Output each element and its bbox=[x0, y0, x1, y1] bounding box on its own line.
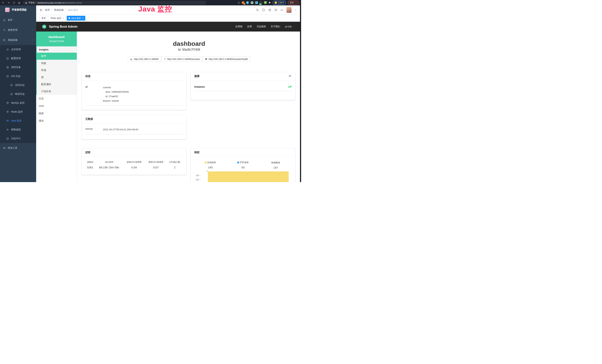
chevron-down-icon bbox=[31, 147, 33, 149]
sba-link-关于我们[interactable]: 关于我们 bbox=[271, 25, 280, 28]
extension-tampermonkey-icon[interactable]: on bbox=[259, 1, 262, 4]
fullscreen-icon[interactable] bbox=[274, 9, 277, 11]
search-icon[interactable] bbox=[256, 9, 259, 11]
sidebar-item-首页[interactable]: 首页 bbox=[0, 15, 36, 25]
help-icon[interactable] bbox=[268, 9, 271, 11]
edit-square-icon bbox=[10, 93, 13, 95]
tab-Java 监控[interactable]: Java 监控 × bbox=[67, 16, 85, 21]
bookmark-star-icon[interactable] bbox=[237, 1, 240, 4]
sba-link-应用墙[interactable]: 应用墙 bbox=[236, 25, 243, 28]
browser-nav-buttons bbox=[0, 1, 23, 4]
threads-chart: 140120100 bbox=[194, 171, 292, 182]
sidebar-item-访问日志[interactable]: 访问日志 bbox=[0, 81, 36, 90]
instance-id-label: Id: 93a3fc7f7409 bbox=[77, 48, 301, 51]
history-icon[interactable] bbox=[289, 75, 292, 78]
tab-Redis 监控[interactable]: Redis 监控 × bbox=[49, 16, 66, 21]
breadcrumb-item[interactable]: 首页 bbox=[45, 8, 50, 12]
tab-close-icon[interactable]: × bbox=[82, 17, 83, 19]
database-icon bbox=[6, 102, 9, 104]
extension-pin-icon[interactable] bbox=[246, 1, 249, 5]
sba-menu-细节[interactable]: 细节 bbox=[37, 53, 77, 60]
threads-legend-item: 守护进程 53 bbox=[226, 161, 259, 169]
sidebar-item-研发工具[interactable]: 研发工具 bbox=[0, 143, 36, 153]
sba-menu-日志[interactable]: 日志 bbox=[36, 95, 77, 102]
sidebar-item-文件管理[interactable]: 文件管理 bbox=[0, 45, 36, 54]
sba-title: Spring Boot Admin bbox=[49, 25, 77, 29]
paused-badge[interactable]: 已暂停 bbox=[273, 1, 286, 5]
home-icon[interactable] bbox=[18, 1, 21, 4]
sidebar-item-日志中心[interactable]: 日志中心 bbox=[0, 134, 36, 143]
metadata-card-header: 元数据 bbox=[82, 115, 186, 123]
sba-link-日志报表[interactable]: 日志报表 bbox=[257, 25, 266, 28]
sba-menu-类[interactable]: 类 bbox=[37, 74, 77, 81]
sba-menu-缓存[interactable]: 缓存 bbox=[36, 117, 77, 125]
browser-extensions-area: 1 y on 已暂停 更新⋮ bbox=[237, 1, 301, 5]
info-card-title: 信息 bbox=[85, 75, 90, 78]
font-size-icon[interactable]: TT bbox=[280, 9, 283, 11]
url-text[interactable]: dashboard.yudao.iocoder.cn/infra/admin-s… bbox=[37, 2, 82, 4]
sba-language-select[interactable]: zh-CN bbox=[285, 25, 295, 28]
info-card-body: git commit:time: 1596289704000id: 27aa83… bbox=[82, 80, 186, 108]
sidebar-item-API 日志[interactable]: API 日志 bbox=[0, 72, 36, 81]
sba-menu-映射[interactable]: 映射 bbox=[36, 110, 77, 117]
avatar-caret-down-icon[interactable] bbox=[295, 9, 297, 11]
metadata-card-title: 元数据 bbox=[85, 117, 93, 121]
window-scrollbar[interactable] bbox=[300, 5, 301, 182]
tab-首页[interactable]: 首页 bbox=[40, 16, 48, 21]
sba-menu-性能[interactable]: 性能 bbox=[37, 60, 77, 67]
chevron-up-icon bbox=[31, 39, 33, 41]
sba-insights-items: 细节性能环境类配置属性计划任务 bbox=[37, 53, 77, 95]
extension-v2ex-icon[interactable]: y bbox=[251, 1, 253, 4]
address-bar[interactable]: 不安全 dashboard.yudao.iocoder.cn/infra/adm… bbox=[23, 1, 206, 5]
forward-icon[interactable] bbox=[7, 1, 10, 4]
extension-grid-icon[interactable] bbox=[255, 1, 258, 4]
sba-menu-JVM[interactable]: JVM bbox=[36, 102, 77, 110]
instance-url-button[interactable]: http://192.168.0.2:48080/actuator bbox=[161, 56, 202, 62]
extension-colab-icon[interactable]: 1 bbox=[242, 1, 245, 4]
breadcrumb-item[interactable]: Java 监控 bbox=[67, 8, 78, 12]
sidebar-item-基础设施[interactable]: 基础设施 bbox=[0, 35, 36, 45]
sba-menu-环境[interactable]: 环境 bbox=[37, 67, 77, 74]
chevron-down-icon bbox=[31, 29, 33, 31]
sba-menu-配置属性[interactable]: 配置属性 bbox=[37, 81, 77, 88]
user-avatar[interactable] bbox=[286, 7, 291, 13]
tab-close-icon[interactable]: × bbox=[63, 17, 64, 19]
sba-link-应用[interactable]: 应用 bbox=[247, 25, 252, 28]
wrench-icon bbox=[164, 58, 166, 60]
instance-url-button[interactable]: http://192.168.0.2:48080/ bbox=[128, 56, 161, 62]
extension-person-icon[interactable] bbox=[264, 1, 267, 4]
sidebar-item-配置管理[interactable]: 配置管理 bbox=[0, 54, 36, 63]
sidebar-item-链路追踪[interactable]: 链路追踪 bbox=[0, 125, 36, 134]
sba-app-name: dashboard bbox=[48, 35, 64, 39]
app-logo-row[interactable]: 芋道管理系统 bbox=[0, 5, 36, 14]
back-icon[interactable] bbox=[2, 1, 5, 4]
threads-legend-item: 活动线程 143 bbox=[194, 161, 226, 169]
sidebar-item-系统管理[interactable]: 系统管理 bbox=[0, 25, 36, 35]
sba-menu-计划任务[interactable]: 计划任务 bbox=[37, 88, 77, 95]
update-button[interactable]: 更新⋮ bbox=[288, 1, 299, 5]
github-icon[interactable] bbox=[262, 8, 265, 11]
sidebar-item-错误日志[interactable]: 错误日志 bbox=[0, 90, 36, 98]
sidebar-item-Java 监控[interactable]: Java 监控 bbox=[0, 116, 36, 125]
sba-insights-header[interactable]: Insights bbox=[37, 46, 77, 53]
instance-url-button[interactable]: http://192.168.0.2:48080/actuator/health bbox=[203, 56, 250, 62]
cloud-upload-icon bbox=[6, 48, 9, 51]
sba-instance-id: 93a3fc7f7409 bbox=[49, 40, 64, 43]
chevron-up-icon bbox=[31, 75, 33, 77]
browser-menu-icon[interactable]: ⋮ bbox=[295, 1, 297, 4]
sba-nav-links: 应用墙应用日志报表关于我们zh-CN bbox=[236, 25, 295, 28]
hamburger-icon[interactable] bbox=[36, 9, 45, 11]
threads-card-header: 线程 bbox=[191, 148, 295, 157]
puzzle-extensions-icon[interactable] bbox=[269, 1, 271, 4]
security-label[interactable]: 不安全 bbox=[29, 1, 35, 4]
process-table: 进程ID运行时间进程CPU使用率系统CPU使用率CPU核心数 52616d 23… bbox=[85, 160, 183, 170]
edit-square-icon bbox=[6, 57, 9, 60]
sidebar-item-MySQL 监控[interactable]: MySQL 监控 bbox=[0, 98, 36, 107]
sidebar-item-Redis 监控[interactable]: Redis 监控 bbox=[0, 107, 36, 116]
sidebar-item-定时任务[interactable]: 定时任务 bbox=[0, 63, 36, 72]
process-card-header: 进程 bbox=[82, 148, 186, 157]
breadcrumb-item[interactable]: 基础设施 bbox=[54, 8, 64, 12]
reload-icon[interactable] bbox=[13, 1, 15, 4]
house-icon bbox=[130, 58, 133, 60]
sba-instance-block[interactable]: dashboard 93a3fc7f7409 bbox=[36, 32, 77, 46]
